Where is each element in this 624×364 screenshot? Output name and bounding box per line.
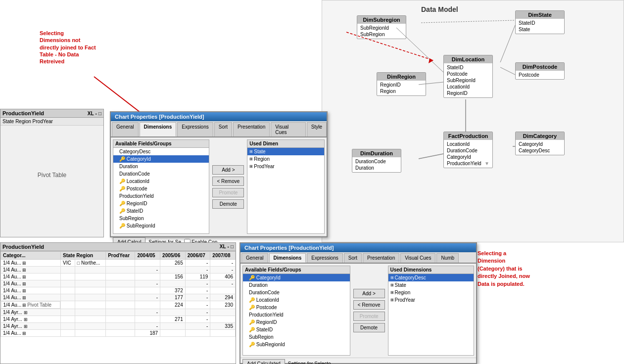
field-regionid-top[interactable]: 🔑 RegionID: [113, 200, 209, 207]
row-cat: 1/4 Au... ⊞: [1, 273, 61, 280]
tab-sort-top[interactable]: Sort: [214, 122, 232, 136]
field-locationid-top[interactable]: 🔑 LocationId: [113, 178, 209, 185]
expand-region-icon[interactable]: ⊞: [249, 157, 253, 161]
row-cat: 1/4 Au... ⊞: [1, 294, 61, 301]
prod-table-title: ProductionYield: [2, 244, 44, 250]
available-fields-title-top: Available Fields/Groups: [113, 140, 209, 148]
expand-region-bottom-icon[interactable]: ⊞: [390, 290, 394, 295]
expand-state-bottom-icon[interactable]: ⊞: [390, 283, 394, 287]
remove-button-top[interactable]: < Remove: [212, 177, 244, 186]
field-duration-bottom[interactable]: Duration: [243, 281, 350, 289]
expand-categorydesc-icon[interactable]: ⊞: [390, 275, 394, 280]
col-2006: 2006/07: [185, 252, 210, 260]
row-region: □ Northe...: [75, 260, 105, 267]
row-state: [61, 273, 75, 280]
field-subregion-top[interactable]: SubRegion: [113, 215, 209, 222]
used-dim-prodyear[interactable]: ⊞ ProdYear: [247, 163, 324, 170]
field-postcode-top[interactable]: 🔑 Postcode: [113, 185, 209, 192]
pivot-controls[interactable]: XL - □: [88, 111, 101, 116]
field-duration-top[interactable]: Duration: [113, 163, 209, 170]
chart-props-dialog-top[interactable]: Chart Properties [ProductionYield] Gener…: [110, 111, 328, 237]
field-subregion-bottom[interactable]: SubRegion: [243, 333, 350, 341]
field-subregionid-top[interactable]: 🔑 SubRegionId: [113, 222, 209, 229]
used-dim-categorydesc[interactable]: ⊞ CategoryDesc: [388, 274, 474, 281]
used-dim-region-bottom[interactable]: ⊞ Region: [388, 289, 474, 296]
field-categoryid-top[interactable]: 🔑 CategoryId: [113, 155, 209, 163]
expand-icon[interactable]: ⊞: [24, 317, 28, 322]
field-stateid-top[interactable]: 🔑 StateID: [113, 207, 209, 215]
remove-button-bottom[interactable]: < Remove: [353, 300, 385, 310]
row-2004: [135, 273, 160, 280]
tab-style-top[interactable]: Style: [307, 122, 327, 136]
add-calculated-btn-bottom[interactable]: Add Calculated: [242, 359, 285, 364]
expand-state-icon[interactable]: ⊞: [249, 149, 253, 154]
expand-icon[interactable]: ⊞: [22, 261, 26, 266]
available-fields-bottom: Available Fields/Groups 🔑 CategoryId Dur…: [242, 266, 350, 356]
pivot-panel-top: ProductionYield XL - □ State Region Prod…: [0, 109, 104, 237]
demote-button-bottom[interactable]: Demote: [353, 323, 385, 332]
expand-icon-2[interactable]: □: [77, 261, 80, 266]
expand-prodyear-bottom-icon[interactable]: ⊞: [390, 298, 394, 302]
add-button-bottom[interactable]: Add >: [353, 289, 385, 298]
add-button-top[interactable]: Add >: [212, 165, 244, 175]
tab-presentation-top[interactable]: Presentation: [233, 122, 270, 136]
tab-bar-bottom[interactable]: General Dimensions Expressions Sort Pres…: [240, 252, 476, 264]
field-locationid-bottom[interactable]: 🔑 LocationId: [243, 296, 350, 304]
field-postcode-bottom[interactable]: 🔑 Postcode: [243, 304, 350, 311]
tab-bar-top[interactable]: General Dimensions Expressions Sort Pres…: [111, 121, 327, 137]
tab-dimensions-top[interactable]: Dimensions: [140, 122, 177, 136]
tab-dimensions-bottom[interactable]: Dimensions: [269, 253, 306, 263]
dim-category-body: CategoryId CategoryDesc: [516, 140, 564, 155]
chart-props-title-top: Chart Properties [ProductionYield]: [111, 112, 327, 121]
row-2006: -: [185, 260, 210, 267]
prod-table-controls[interactable]: XL - □: [220, 244, 234, 250]
tab-expressions-top[interactable]: Expressions: [177, 122, 213, 136]
chart-props-dialog-bottom[interactable]: Chart Properties [ProductionYield] Gener…: [240, 242, 477, 364]
expand-icon[interactable]: ⊞: [22, 274, 26, 279]
field-productionyield-top[interactable]: ProductionYield: [113, 192, 209, 200]
prod-table-scroll[interactable]: Categor... State Region ProdYear 2004/05…: [0, 251, 236, 361]
expand-icon[interactable]: ⊞: [22, 288, 26, 293]
tab-presentation-bottom[interactable]: Presentation: [363, 253, 399, 263]
expand-icon[interactable]: ⊞: [24, 324, 28, 329]
field-stateid-bottom[interactable]: 🔑 StateID: [243, 326, 350, 333]
used-dim-state-bottom[interactable]: ⊞ State: [388, 281, 474, 289]
used-dim-region[interactable]: ⊞ Region: [247, 155, 324, 163]
expand-icon[interactable]: ⊞: [24, 310, 28, 315]
field-regionid-bottom[interactable]: 🔑 RegionID: [243, 318, 350, 326]
table-row: 1/4 Au... ⊞ - 177 - 294: [1, 294, 236, 301]
prod-table-panel: ProductionYield XL - □ Categor... State …: [0, 242, 236, 364]
field-durationcode-bottom[interactable]: DurationCode: [243, 289, 350, 296]
expand-icon[interactable]: ⊞: [22, 295, 26, 300]
field-categorydesc-top[interactable]: CategoryDesc: [113, 148, 209, 155]
promote-button-bottom[interactable]: Promote: [353, 312, 385, 321]
expand-icon[interactable]: ⊞: [22, 281, 26, 286]
used-dim-state-bottom-label: State: [395, 282, 406, 288]
tab-expressions-bottom[interactable]: Expressions: [307, 253, 342, 263]
field-subregionid-bottom[interactable]: 🔑 SubRegionId: [243, 341, 350, 348]
tab-general-top[interactable]: General: [112, 122, 139, 136]
field-durationcode-top[interactable]: DurationCode: [113, 170, 209, 178]
expand-prodyear-icon[interactable]: ⊞: [249, 164, 253, 169]
demote-button-top[interactable]: Demote: [212, 199, 244, 209]
tab-general-bottom[interactable]: General: [241, 253, 268, 263]
dim-region-table: DimRegion RegionID Region: [377, 72, 426, 96]
field-productionyield-bottom[interactable]: ProductionYield: [243, 311, 350, 318]
used-dim-prodyear-bottom[interactable]: ⊞ ProdYear: [388, 296, 474, 304]
fact-production-body: LocationId DurationCode CategoryId Produ…: [444, 140, 492, 168]
row-cat: 1/4 Au... ⊞ Pivot Table: [1, 301, 61, 309]
expand-icon[interactable]: ⊞: [22, 268, 26, 273]
tab-visualcues-bottom[interactable]: Visual Cues: [400, 253, 435, 263]
row-2005: [160, 267, 186, 273]
tab-sort-bottom[interactable]: Sort: [344, 253, 362, 263]
expand-icon[interactable]: ⊞: [22, 331, 26, 336]
row-cat: 1/4 Ayr... ⊞: [1, 316, 61, 323]
used-dim-state[interactable]: ⊞ State: [247, 148, 324, 155]
field-categoryid-bottom[interactable]: 🔑 CategoryId: [243, 274, 350, 281]
promote-button-top[interactable]: Promote: [212, 188, 244, 197]
table-header-row: Categor... State Region ProdYear 2004/05…: [1, 252, 236, 260]
chart-props-title-bottom: Chart Properties [ProductionYield]: [240, 243, 476, 252]
table-row: 1/4 Ayr... ⊞ - -: [1, 309, 236, 316]
tab-numb-bottom[interactable]: Numb: [436, 253, 459, 263]
tab-visualcues-top[interactable]: Visual Cues: [271, 122, 306, 136]
